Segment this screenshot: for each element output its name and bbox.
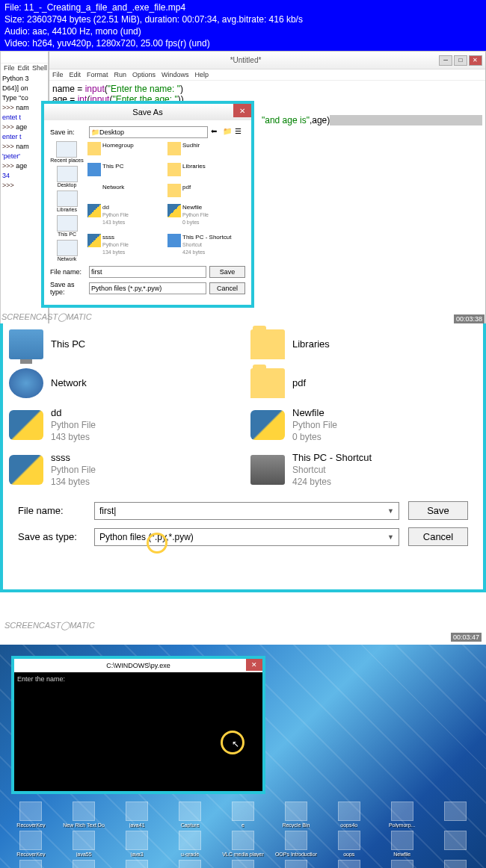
place-item[interactable]: Recent places: [50, 141, 83, 163]
watermark: SCREENCAST◯MATIC: [1, 312, 92, 322]
file-item[interactable]: Homegroup: [87, 141, 165, 161]
desktop-icon[interactable]: pdf: [6, 860, 56, 868]
screenshot-3: C:\WINDOWS\py.exe ✕ Enter the name: ↖ Re…: [0, 645, 486, 868]
desktop-icon[interactable]: [430, 802, 480, 828]
desktop-icon[interactable]: Capture: [165, 802, 215, 828]
audio-line: Audio: aac, 44100 Hz, mono (und): [4, 25, 482, 37]
desktop-icon[interactable]: java2: [165, 860, 215, 868]
file-item[interactable]: ssssPython File134 bytes: [9, 452, 236, 488]
console-title: C:\WINDOWS\py.exe: [106, 662, 170, 669]
savetype-dropdown-big[interactable]: Python files (*.py,*.pyw): [94, 528, 399, 546]
maximize-button[interactable]: □: [454, 55, 467, 66]
desktop-icon[interactable]: java41: [112, 802, 162, 828]
desktop-icon[interactable]: New Rich Text Doc...: [59, 802, 109, 828]
savetype-label: Save as type:: [50, 281, 86, 296]
watermark: SCREENCAST◯MATIC: [4, 621, 95, 630]
desktop-icon[interactable]: oops: [324, 831, 374, 857]
savetype-label-big: Save as type:: [18, 531, 85, 542]
screenshot-2: This PCLibrariesNetworkpdfddPython File1…: [0, 323, 486, 592]
cancel-button[interactable]: Cancel: [209, 282, 245, 294]
desktop-icon[interactable]: s-comehan: [271, 860, 321, 868]
console-output[interactable]: Enter the name:: [14, 672, 262, 791]
desktop-icon[interactable]: Newfile: [377, 831, 427, 857]
close-button[interactable]: ✕: [469, 55, 482, 66]
desktop-icon[interactable]: thinkPython: [430, 860, 480, 868]
timestamp-1: 00:03:38: [454, 314, 485, 323]
desktop-icon[interactable]: Readme: [59, 860, 109, 868]
place-item[interactable]: Libraries: [57, 190, 78, 212]
file-item[interactable]: ddPython File143 bytes: [87, 203, 165, 232]
save-button[interactable]: Save: [209, 266, 245, 278]
video-line: Video: h264, yuv420p, 1280x720, 25.00 fp…: [4, 37, 482, 49]
desktop-icon[interactable]: classic-an...: [324, 860, 374, 868]
filename-input-big[interactable]: first|: [94, 502, 399, 520]
file-item[interactable]: This PC: [9, 329, 236, 359]
filename-input[interactable]: [89, 266, 206, 278]
media-info-header: File: 11_-_Creating_a_file_and_.exe_file…: [0, 0, 486, 51]
places-bar[interactable]: Recent placesDesktopLibrariesThis PCNetw…: [50, 141, 84, 261]
desktop-icon[interactable]: java3: [112, 831, 162, 857]
dialog-close-button[interactable]: ✕: [233, 104, 251, 117]
desktop-icon[interactable]: Recycle Bin: [271, 802, 321, 828]
file-item[interactable]: NewfilePython File0 bytes: [167, 203, 245, 232]
save-as-dialog: Save As ✕ Save in: 📁 Desktop ⬅📁☰ Recent …: [41, 101, 254, 308]
file-list[interactable]: HomegroupSudhirThis PCLibrariesNetworkpd…: [87, 141, 245, 261]
desktop-icon[interactable]: [430, 831, 480, 857]
cursor-icon: ↖: [232, 739, 239, 749]
desktop-icon[interactable]: RecoverKey: [6, 802, 56, 828]
filename-label: File name:: [50, 268, 86, 276]
desktop-icon[interactable]: u-grade: [165, 831, 215, 857]
shell-menu[interactable]: FileEditShellD: [1, 63, 48, 72]
file-item[interactable]: Network: [9, 368, 236, 398]
file-list-large[interactable]: This PCLibrariesNetworkpdfddPython File1…: [3, 323, 483, 494]
desktop-background[interactable]: C:\WINDOWS\py.exe ✕ Enter the name: ↖ Re…: [0, 645, 486, 868]
desktop-icon[interactable]: RecoverKey: [6, 831, 56, 857]
file-item[interactable]: Sudhir: [167, 141, 245, 161]
desktop-icon[interactable]: Polymorp...: [377, 802, 427, 828]
file-item[interactable]: This PC: [87, 162, 165, 182]
desktop-icon[interactable]: OOPs Introduction: [271, 831, 321, 857]
file-item[interactable]: pdf: [250, 368, 477, 398]
save-in-dropdown[interactable]: 📁 Desktop: [89, 126, 208, 138]
place-item[interactable]: This PC: [57, 215, 78, 237]
savetype-dropdown[interactable]: Python files (*.py,*.pyw): [89, 282, 206, 294]
save-button-big[interactable]: Save: [408, 501, 468, 520]
editor-menu[interactable]: FileEditFormatRunOptionsWindowsHelp: [49, 69, 485, 81]
place-item[interactable]: Network: [57, 240, 78, 261]
shell-titlebar: [1, 52, 48, 63]
file-item[interactable]: pdf: [167, 183, 245, 202]
place-item[interactable]: Desktop: [57, 166, 78, 187]
editor-titlebar[interactable]: *Untitled* ─ □ ✕: [49, 52, 485, 69]
desktop-icon[interactable]: VLC media player: [218, 831, 268, 857]
dialog-titlebar[interactable]: Save As ✕: [44, 104, 251, 120]
desktop-icon[interactable]: java44: [112, 860, 162, 868]
size-line: Size: 23603794 bytes (22.51 MiB), durati…: [4, 13, 482, 25]
save-in-label: Save in:: [50, 128, 86, 136]
desktop-icon[interactable]: subreciso: [377, 860, 427, 868]
dialog-title: Save As: [132, 108, 162, 117]
file-item[interactable]: This PC - ShortcutShortcut424 bytes: [250, 452, 477, 488]
screenshot-1: FileEditShellD Python 3 D64)] on Type "c…: [0, 51, 486, 323]
file-item[interactable]: Libraries: [250, 329, 477, 359]
file-line: File: 11_-_Creating_a_file_and_.exe_file…: [4, 1, 482, 13]
editor-title: *Untitled*: [230, 56, 262, 64]
console-window: C:\WINDOWS\py.exe ✕ Enter the name:: [11, 656, 265, 794]
console-titlebar[interactable]: C:\WINDOWS\py.exe ✕: [14, 659, 262, 672]
file-item[interactable]: NewfilePython File0 bytes: [250, 407, 477, 443]
file-item[interactable]: ssssPython File134 bytes: [87, 233, 165, 261]
minimize-button[interactable]: ─: [439, 55, 452, 66]
desktop-icon[interactable]: uppp: [218, 860, 268, 868]
desktop-icon[interactable]: oops4o: [324, 802, 374, 828]
filename-label-big: File name:: [18, 505, 85, 516]
desktop-icon[interactable]: e: [218, 802, 268, 828]
desktop-icons[interactable]: RecoverKeyNew Rich Text Doc...java41Capt…: [3, 799, 483, 868]
file-item[interactable]: Network: [87, 183, 165, 202]
cancel-button-big[interactable]: Cancel: [408, 527, 468, 546]
file-item[interactable]: Libraries: [167, 162, 245, 182]
file-item[interactable]: This PC - ShortcutShortcut424 bytes: [167, 233, 245, 261]
nav-icons[interactable]: ⬅📁☰: [211, 127, 245, 137]
cursor-highlight-icon: [147, 533, 167, 554]
file-item[interactable]: ddPython File143 bytes: [9, 407, 236, 443]
desktop-icon[interactable]: java55: [59, 831, 109, 857]
console-close-button[interactable]: ✕: [246, 659, 262, 671]
